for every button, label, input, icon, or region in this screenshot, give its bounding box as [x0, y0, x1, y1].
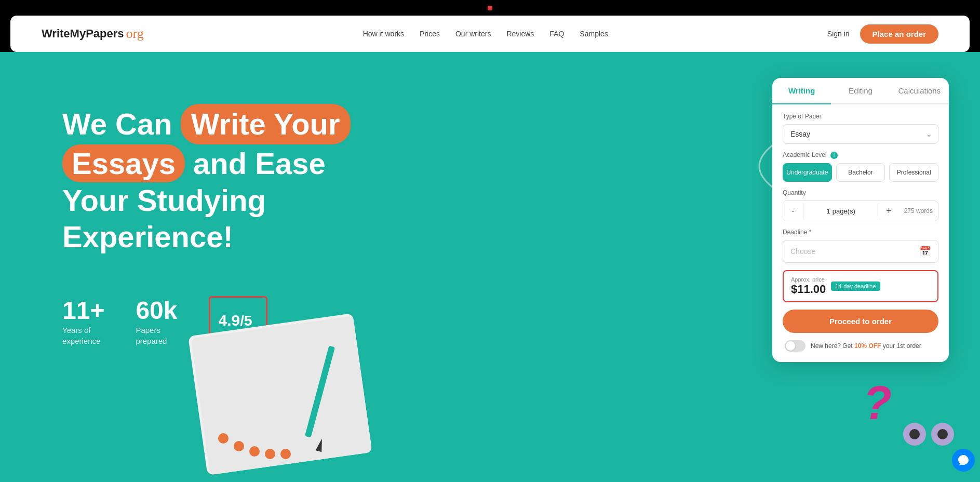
stat-experience-number: 11+: [62, 296, 104, 325]
academic-level-label: Academic Level i: [783, 151, 938, 159]
svg-point-5: [265, 449, 275, 459]
question-mark-decoration: ?: [863, 377, 892, 430]
level-bachelor[interactable]: Bachelor: [836, 163, 885, 182]
level-undergraduate[interactable]: Undergraduate: [783, 163, 832, 182]
left-pupil: [909, 429, 920, 439]
deadline-wrapper[interactable]: Choose 📅: [783, 240, 938, 263]
type-of-paper-wrapper: Essay Research Paper Term Paper ⌄: [783, 124, 938, 144]
nav-samples[interactable]: Samples: [580, 30, 608, 38]
chat-icon[interactable]: [952, 449, 975, 472]
quantity-row: - 1 page(s) + 275 words: [783, 200, 938, 221]
price-section: Approx. price $11.00 14-day deadline: [783, 270, 938, 302]
left-eye: [903, 423, 926, 446]
right-eye: [931, 423, 954, 446]
nav-prices[interactable]: Prices: [420, 30, 440, 38]
approx-price-label: Approx. price: [791, 276, 826, 283]
quantity-label: Quantity: [783, 189, 938, 196]
order-form-card: Writing Editing Calculations Type of Pap…: [772, 78, 949, 362]
hero-line4: Experience!: [62, 220, 233, 253]
svg-point-4: [249, 446, 260, 457]
sign-in-link[interactable]: Sign in: [827, 30, 850, 38]
deadline-label: Deadline *: [783, 229, 938, 236]
form-tabs: Writing Editing Calculations: [772, 78, 949, 104]
nav-how-it-works[interactable]: How it works: [363, 30, 404, 38]
place-order-button[interactable]: Place an order: [860, 24, 938, 44]
tab-calculations[interactable]: Calculations: [890, 78, 949, 103]
price-area: Approx. price $11.00 14-day deadline: [783, 270, 938, 302]
hero-line3: Your Studying: [62, 183, 266, 217]
deadline-badge: 14-day deadline: [831, 282, 880, 291]
header: WriteMyPapersorg How it works Prices Our…: [10, 16, 970, 52]
academic-level-info-icon[interactable]: i: [830, 152, 838, 159]
stat-experience: 11+ Years ofexperience: [62, 296, 104, 346]
type-of-paper-select[interactable]: Essay Research Paper Term Paper: [783, 124, 938, 144]
logo: WriteMyPapersorg: [42, 26, 144, 42]
hero-section: We Can Write Your Essays and Ease Your S…: [0, 52, 980, 482]
eyes-decoration: [903, 423, 954, 446]
quantity-minus-button[interactable]: -: [783, 201, 803, 221]
top-bar-icon: ■: [487, 3, 493, 14]
deadline-placeholder: Choose: [790, 247, 919, 256]
proceed-to-order-button[interactable]: Proceed to order: [783, 310, 938, 333]
nav-reviews[interactable]: Reviews: [506, 30, 534, 38]
discount-toggle[interactable]: [785, 340, 806, 352]
quantity-plus-button[interactable]: +: [879, 201, 899, 221]
hero-line1-prefix: We Can: [62, 107, 181, 141]
quantity-words: 275 words: [899, 203, 938, 219]
nav-our-writers[interactable]: Our writers: [455, 30, 491, 38]
hero-essays: Essays: [62, 144, 185, 183]
hero-and-ease: and Ease: [185, 146, 326, 180]
tab-writing[interactable]: Writing: [772, 78, 831, 104]
hero-heading: We Can Write Your Essays and Ease Your S…: [62, 104, 426, 255]
price-details: Approx. price $11.00: [791, 276, 826, 296]
tab-editing[interactable]: Editing: [831, 78, 890, 103]
header-right: Sign in Place an order: [827, 24, 938, 44]
svg-point-3: [234, 441, 244, 451]
academic-level-buttons: Undergraduate Bachelor Professional: [783, 163, 938, 182]
svg-point-6: [280, 449, 291, 459]
top-bar: ■: [0, 0, 980, 16]
svg-point-2: [218, 433, 229, 444]
notebook-illustration: [156, 303, 390, 482]
stat-experience-label: Years ofexperience: [62, 325, 104, 346]
quantity-value: 1 page(s): [803, 203, 879, 219]
logo-text: WriteMyPapers: [42, 27, 124, 41]
price-value: $11.00: [791, 283, 826, 296]
discount-toggle-row: New here? Get 10% OFF your 1st order: [783, 340, 938, 352]
toggle-thumb: [786, 341, 795, 351]
level-professional[interactable]: Professional: [889, 163, 938, 182]
main-nav: How it works Prices Our writers Reviews …: [363, 30, 608, 38]
nav-faq[interactable]: FAQ: [549, 30, 564, 38]
type-of-paper-label: Type of Paper: [783, 113, 938, 120]
logo-script: org: [126, 26, 144, 42]
calendar-icon: 📅: [919, 246, 931, 257]
right-pupil: [937, 429, 948, 439]
discount-text: New here? Get 10% OFF your 1st order: [811, 342, 921, 350]
form-body: Type of Paper Essay Research Paper Term …: [772, 104, 949, 352]
hero-write-your: Write Your: [181, 104, 351, 144]
